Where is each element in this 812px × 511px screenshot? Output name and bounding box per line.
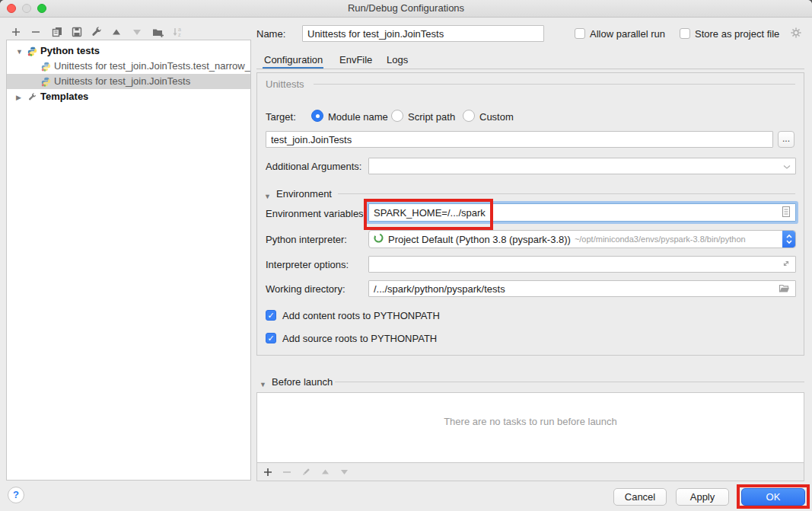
target-custom-radio[interactable] — [463, 110, 475, 122]
allow-parallel-run-checkbox[interactable] — [575, 28, 585, 39]
apply-button[interactable]: Apply — [676, 488, 729, 506]
python-interpreter-value: Project Default (Python 3.8 (pyspark-3.8… — [388, 234, 571, 245]
edit-templates-wrench-icon[interactable] — [91, 26, 103, 38]
configurations-toolbar: az — [10, 24, 183, 40]
allow-parallel-run-label[interactable]: Allow parallel run — [590, 28, 665, 40]
environment-variables-label: Environment variables: — [266, 208, 366, 219]
target-script-path-label[interactable]: Script path — [408, 111, 455, 123]
svg-text:a: a — [178, 27, 181, 32]
tab-logs[interactable]: Logs — [387, 54, 408, 65]
browse-button[interactable]: ... — [778, 131, 794, 148]
cancel-button[interactable]: Cancel — [613, 488, 667, 506]
expand-chevron-icon[interactable] — [783, 161, 791, 172]
module-name-field[interactable]: test_join.JoinTests — [266, 131, 773, 148]
python-interpreter-select[interactable]: Project Default (Python 3.8 (pyspark-3.8… — [368, 230, 796, 248]
move-task-down-icon — [338, 466, 350, 478]
expand-collapse-icon[interactable] — [16, 43, 27, 59]
configurations-tree: Python tests Unittests for test_join.Joi… — [6, 40, 251, 481]
title-bar: Run/Debug Configurations — [0, 0, 812, 18]
environment-section-label[interactable]: Environment — [276, 188, 332, 200]
add-source-roots-label[interactable]: Add source roots to PYTHONPATH — [282, 333, 437, 344]
python-interpreter-label: Python interpreter: — [266, 234, 347, 245]
target-module-name-label[interactable]: Module name — [328, 111, 388, 123]
interpreter-options-field[interactable] — [368, 256, 796, 273]
save-configuration-icon[interactable] — [71, 26, 83, 38]
help-button[interactable]: ? — [8, 487, 24, 503]
python-test-icon — [40, 62, 51, 72]
name-label: Name: — [256, 28, 285, 40]
dropdown-stepper-icon[interactable] — [782, 231, 795, 248]
sort-alphabetically-icon: az — [171, 26, 183, 38]
tree-node-test-narrow[interactable]: Unittests for test_join.JoinTests.test_n… — [7, 59, 250, 74]
name-field[interactable]: Unittests for test_join.JoinTests — [302, 25, 544, 42]
tree-node-label: Unittests for test_join.JoinTests — [54, 74, 190, 89]
environment-variables-value: SPARK_HOME=/.../spark — [374, 207, 782, 219]
remove-task-icon — [281, 466, 293, 478]
move-task-up-icon — [319, 466, 331, 478]
templates-wrench-icon — [27, 92, 37, 102]
svg-text:z: z — [178, 32, 181, 37]
ok-button[interactable]: OK — [741, 488, 805, 506]
add-content-roots-checkbox[interactable] — [266, 310, 276, 321]
additional-arguments-field[interactable] — [368, 158, 796, 174]
add-content-roots-label[interactable]: Add content roots to PYTHONPATH — [282, 310, 440, 321]
section-divider — [335, 382, 804, 382]
window-title: Run/Debug Configurations — [0, 2, 812, 14]
working-directory-value: /.../spark/python/pyspark/tests — [374, 283, 779, 295]
before-launch-empty-text: There are no tasks to run before launch — [257, 416, 804, 427]
remove-icon[interactable] — [30, 26, 42, 38]
run-debug-configurations-dialog: Run/Debug Configurations az — [0, 0, 812, 511]
add-task-icon[interactable] — [262, 466, 274, 478]
environment-collapse-icon[interactable] — [264, 190, 271, 201]
tree-node-templates[interactable]: Templates — [7, 89, 250, 104]
expand-collapse-icon[interactable] — [16, 89, 27, 105]
module-name-value: test_join.JoinTests — [271, 134, 768, 145]
interpreter-options-label: Interpreter options: — [266, 259, 349, 270]
store-as-project-file-checkbox[interactable] — [680, 28, 690, 39]
gear-icon[interactable] — [790, 27, 802, 41]
tree-node-python-tests[interactable]: Python tests — [7, 43, 250, 59]
name-value: Unittests for test_join.JoinTests — [307, 28, 539, 40]
tree-node-jointests-selected[interactable]: Unittests for test_join.JoinTests — [7, 74, 250, 89]
target-module-name-radio[interactable] — [311, 110, 323, 122]
before-launch-section-label[interactable]: Before launch — [272, 376, 333, 388]
tree-node-label: Templates — [40, 89, 88, 104]
store-as-project-file-label[interactable]: Store as project file — [695, 28, 779, 40]
python-interpreter-path: ~/opt/miniconda3/envs/pyspark-3.8/bin/py… — [575, 235, 782, 244]
section-divider — [314, 84, 795, 85]
python-test-icon — [40, 77, 51, 87]
conda-environment-icon — [373, 232, 384, 246]
copy-configuration-icon[interactable] — [51, 26, 63, 38]
working-directory-label: Working directory: — [266, 283, 345, 295]
additional-arguments-label: Additional Arguments: — [266, 161, 361, 172]
target-script-path-radio[interactable] — [391, 110, 403, 122]
before-launch-tasks-panel: There are no tasks to run before launch — [256, 392, 804, 481]
edit-task-pencil-icon — [300, 466, 312, 478]
section-divider — [338, 193, 795, 194]
add-source-roots-checkbox[interactable] — [266, 333, 276, 343]
expand-editor-icon[interactable] — [782, 259, 791, 270]
unittests-section-label: Unittests — [266, 78, 304, 90]
browse-folder-icon[interactable] — [779, 283, 791, 295]
tree-node-label: Unittests for test_join.JoinTests.test_n… — [54, 59, 250, 74]
move-up-icon[interactable] — [110, 26, 123, 38]
move-down-icon — [131, 26, 143, 38]
tabs-separator — [256, 69, 804, 69]
working-directory-field[interactable]: /.../spark/python/pyspark/tests — [368, 280, 796, 297]
tree-node-label: Python tests — [40, 43, 100, 59]
before-launch-collapse-icon[interactable] — [260, 378, 266, 389]
new-folder-icon[interactable] — [151, 26, 164, 38]
environment-variables-field[interactable]: SPARK_HOME=/.../spark — [368, 203, 796, 222]
target-label: Target: — [266, 111, 296, 123]
tab-configuration[interactable]: Configuration — [264, 54, 323, 65]
tab-envfile[interactable]: EnvFile — [339, 54, 372, 65]
target-custom-label[interactable]: Custom — [479, 111, 514, 123]
python-tests-icon — [27, 46, 37, 56]
add-icon[interactable] — [10, 26, 22, 38]
edit-variables-list-icon[interactable] — [782, 206, 791, 220]
before-launch-toolbar — [257, 462, 804, 481]
